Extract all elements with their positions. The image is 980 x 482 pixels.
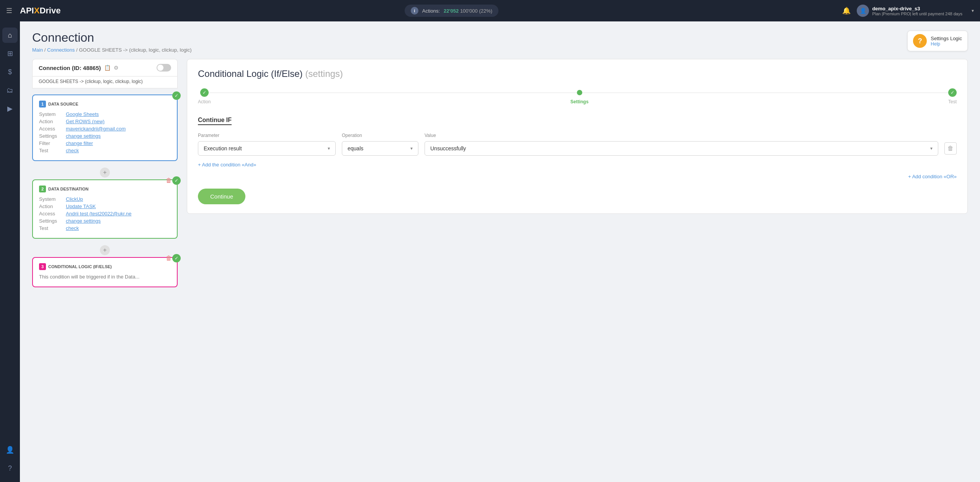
block2-system: System ClickUp <box>39 196 171 202</box>
block3-delete[interactable]: 🗑 <box>165 254 173 262</box>
sidebar-item-home[interactable]: ⌂ <box>2 28 18 43</box>
main-content: Connection Main / Connections / GOOGLE S… <box>20 21 980 482</box>
condition-row: Execution result ▾ equals ▾ Unsuccessful… <box>198 141 957 156</box>
copy-icon[interactable]: 📋 <box>104 65 111 71</box>
page-title: Connection <box>32 31 192 45</box>
block2-delete[interactable]: 🗑 <box>165 176 173 185</box>
block1-num: 1 <box>39 101 46 107</box>
step-test: Test <box>948 88 957 104</box>
val-label: Value <box>425 133 957 138</box>
block2-title: 2 DATA DESTINATION <box>39 186 171 192</box>
chevron-down-icon[interactable]: ▾ <box>972 8 974 13</box>
step-settings-dot <box>577 90 582 95</box>
breadcrumb: Main / Connections / GOOGLE SHEETS -> (c… <box>32 47 192 53</box>
connection-id: Connection (ID: 48865) <box>39 65 101 71</box>
block2-access-value[interactable]: Andrii test (test20022@ukr.ne <box>66 211 131 217</box>
content-layout: Connection (ID: 48865) 📋 ⚙ GOOGLE SHEETS… <box>32 59 968 292</box>
param-chevron-icon: ▾ <box>328 146 330 151</box>
logo-text: APIXDrive <box>20 6 60 16</box>
block1-access-value[interactable]: maverickandrii@gmail.com <box>66 126 126 132</box>
block2-system-value[interactable]: ClickUp <box>66 196 83 202</box>
conditional-logic-block: ✓ 🗑 3 CONDITIONAL LOGIC (IF/ELSE) This c… <box>32 257 178 287</box>
sidebar: ⌂ ⊞ $ 🗂 ▶ 👤 ? <box>0 21 20 482</box>
step-test-label: Test <box>948 99 957 104</box>
val-select-value: Unsuccessfully <box>430 145 466 151</box>
data-source-block: ✓ 1 DATA SOURCE System Google Sheets Act… <box>32 94 178 161</box>
block2-num: 2 <box>39 186 46 192</box>
block1-test-value[interactable]: check <box>66 148 79 153</box>
sidebar-item-dollar[interactable]: $ <box>2 64 18 80</box>
block1-system-value[interactable]: Google Sheets <box>66 111 99 117</box>
condition-delete-button[interactable]: 🗑 <box>944 142 957 155</box>
settings-label: (settings) <box>305 68 343 79</box>
block2-test-value[interactable]: check <box>66 225 79 231</box>
val-chevron-icon: ▾ <box>930 146 933 151</box>
user-plan: Plan |Premium PRO| left until payment 24… <box>872 11 962 16</box>
topnav-center: i Actions: 22'052 100'000 (22%) <box>60 5 842 17</box>
bell-icon[interactable]: 🔔 <box>842 7 851 15</box>
breadcrumb-connections[interactable]: Connections <box>47 47 75 53</box>
block1-title: 1 DATA SOURCE <box>39 101 171 107</box>
block2-test: Test check <box>39 225 171 231</box>
block2-action-value[interactable]: Update TASK <box>66 204 96 209</box>
add-block-2[interactable]: + <box>100 245 110 255</box>
block3-subtitle: This condition will be triggered if in t… <box>39 274 171 280</box>
block1-system: System Google Sheets <box>39 111 171 117</box>
continue-button[interactable]: Continue <box>198 189 245 204</box>
step-settings[interactable]: Settings <box>570 88 588 104</box>
param-select-value: Execution result <box>204 145 242 151</box>
add-or-button[interactable]: + Add condition «OR» <box>198 174 957 179</box>
connection-subtitle: GOOGLE SHEETS -> (clickup, logic, clicku… <box>32 77 178 88</box>
block2-check: ✓ <box>172 176 181 185</box>
sidebar-item-briefcase[interactable]: 🗂 <box>2 83 18 98</box>
block1-settings-value[interactable]: change settings <box>66 133 101 139</box>
actions-pct: (22%) <box>479 8 492 14</box>
condition-labels: Parameter Operation Value <box>198 133 957 138</box>
block1-filter-value[interactable]: change filter <box>66 140 93 146</box>
right-panel: Conditional Logic (If/Else) (settings) A… <box>187 59 968 214</box>
breadcrumb-main[interactable]: Main <box>32 47 43 53</box>
op-select[interactable]: equals ▾ <box>342 141 418 156</box>
block1-access: Access maverickandrii@gmail.com <box>39 126 171 132</box>
block2-settings-value[interactable]: change settings <box>66 218 101 224</box>
user-avatar: 👤 <box>857 5 869 17</box>
gear-icon[interactable]: ⚙ <box>114 65 119 71</box>
param-select[interactable]: Execution result ▾ <box>198 141 336 156</box>
add-and-button[interactable]: + Add the condition «And» <box>198 162 957 168</box>
param-label: Parameter <box>198 133 336 138</box>
sidebar-item-play[interactable]: ▶ <box>2 101 18 116</box>
hamburger-icon[interactable]: ☰ <box>6 7 12 15</box>
breadcrumb-current: GOOGLE SHEETS -> (clickup, logic, clicku… <box>79 47 191 53</box>
block1-check: ✓ <box>172 91 181 100</box>
page-header: Connection Main / Connections / GOOGLE S… <box>32 31 968 53</box>
section-title: Continue IF <box>198 117 232 125</box>
sidebar-item-help[interactable]: ? <box>2 461 18 476</box>
user-info: 👤 demo_apix-drive_s3 Plan |Premium PRO| … <box>857 5 962 17</box>
sidebar-item-user[interactable]: 👤 <box>2 442 18 458</box>
page-header-left: Connection Main / Connections / GOOGLE S… <box>32 31 192 53</box>
val-select[interactable]: Unsuccessfully ▾ <box>425 141 938 156</box>
user-name: demo_apix-drive_s3 <box>872 6 962 11</box>
block3-num: 3 <box>39 263 46 270</box>
actions-badge: i Actions: 22'052 100'000 (22%) <box>405 5 498 17</box>
actions-total: 100'000 <box>460 8 478 14</box>
actions-count: 22'052 100'000 (22%) <box>444 8 492 14</box>
block1-test: Test check <box>39 148 171 153</box>
help-button[interactable]: ? Settings Logic Help <box>907 31 968 51</box>
help-link[interactable]: Help <box>931 41 962 47</box>
add-block-1[interactable]: + <box>100 168 110 177</box>
connection-toggle[interactable] <box>157 64 171 72</box>
sidebar-item-grid[interactable]: ⊞ <box>2 46 18 61</box>
block1-action-value[interactable]: Get ROWS (new) <box>66 119 105 124</box>
op-label: Operation <box>342 133 418 138</box>
block2-action: Action Update TASK <box>39 204 171 209</box>
actions-label: Actions: <box>422 8 440 14</box>
block2-settings: Settings change settings <box>39 218 171 224</box>
block1-filter: Filter change filter <box>39 140 171 146</box>
block1-settings: Settings change settings <box>39 133 171 139</box>
data-destination-block: ✓ 🗑 2 DATA DESTINATION System ClickUp Ac… <box>32 179 178 239</box>
block1-action: Action Get ROWS (new) <box>39 119 171 124</box>
user-details: demo_apix-drive_s3 Plan |Premium PRO| le… <box>872 6 962 16</box>
help-label: Settings Logic <box>931 36 962 41</box>
help-circle-icon: ? <box>913 34 927 48</box>
